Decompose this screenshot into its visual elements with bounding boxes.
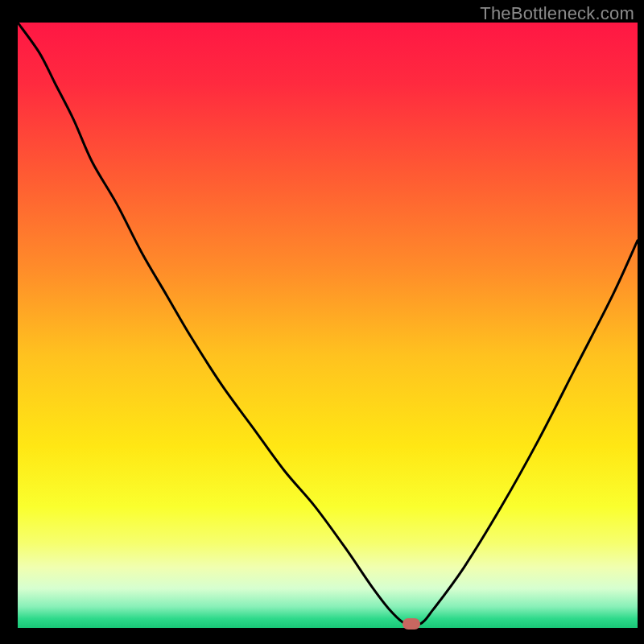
watermark-text: TheBottleneck.com (480, 3, 634, 24)
gradient-background (18, 23, 638, 628)
chart-frame: TheBottleneck.com (0, 0, 644, 644)
bottleneck-chart (0, 0, 644, 644)
optimum-marker (402, 618, 420, 630)
